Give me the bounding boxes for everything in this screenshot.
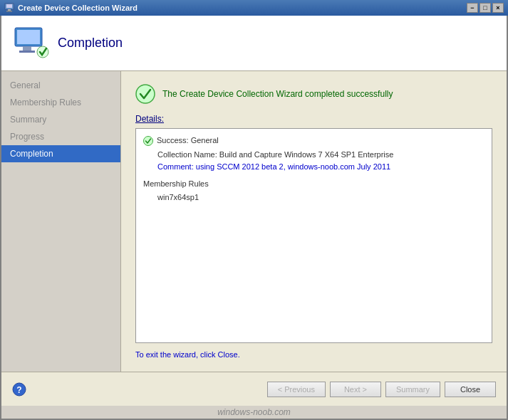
footer-buttons: < Previous Next > Summary Close bbox=[267, 382, 496, 397]
success-icon bbox=[135, 84, 155, 104]
svg-rect-2 bbox=[8, 9, 11, 11]
wizard-content: The Create Device Collection Wizard comp… bbox=[121, 71, 507, 372]
watermark: windows-noob.com bbox=[1, 406, 507, 419]
detail-item-2: Comment: using SCCM 2012 beta 2, windows… bbox=[157, 161, 484, 174]
membership-item-1: win7x64sp1 bbox=[157, 191, 484, 204]
previous-button[interactable]: < Previous bbox=[267, 382, 326, 397]
details-box: Success: General Collection Name: Build … bbox=[135, 128, 492, 343]
svg-rect-6 bbox=[23, 46, 31, 51]
maximize-button[interactable]: □ bbox=[480, 3, 491, 13]
wizard-header: Completion bbox=[1, 16, 507, 71]
nav-item-general[interactable]: General bbox=[1, 77, 120, 94]
small-success-icon bbox=[143, 136, 153, 146]
nav-item-completion[interactable]: Completion bbox=[1, 145, 120, 162]
nav-item-membership-rules[interactable]: Membership Rules bbox=[1, 94, 120, 111]
close-wizard-button[interactable]: Close bbox=[445, 382, 496, 397]
svg-rect-1 bbox=[6, 4, 12, 8]
nav-item-summary[interactable]: Summary bbox=[1, 111, 120, 128]
detail-item-1: Collection Name: Build and Capture Windo… bbox=[157, 149, 484, 162]
svg-point-9 bbox=[136, 85, 155, 103]
wizard-header-icon bbox=[12, 25, 49, 62]
summary-button[interactable]: Summary bbox=[385, 382, 440, 397]
title-bar-title: Create Device Collection Wizard bbox=[18, 4, 138, 12]
wizard-body: General Membership Rules Summary Progres… bbox=[1, 71, 507, 372]
wizard-header-title: Completion bbox=[58, 36, 123, 51]
details-label: Details: bbox=[135, 114, 492, 124]
footer-left: ? bbox=[12, 382, 26, 397]
success-banner: The Create Device Collection Wizard comp… bbox=[135, 84, 492, 104]
minimize-button[interactable]: − bbox=[467, 3, 478, 13]
title-bar-icon bbox=[4, 3, 14, 13]
wizard-footer: ? < Previous Next > Summary Close bbox=[1, 372, 507, 406]
success-general-text: Success: General bbox=[157, 135, 219, 147]
svg-rect-3 bbox=[6, 11, 12, 12]
wizard-window: Completion General Membership Rules Summ… bbox=[0, 16, 508, 420]
success-message: The Create Device Collection Wizard comp… bbox=[162, 89, 393, 99]
exit-text: To exit the wizard, click Close. bbox=[135, 350, 492, 359]
svg-text:?: ? bbox=[16, 384, 21, 394]
title-bar: Create Device Collection Wizard − □ × bbox=[0, 0, 508, 16]
svg-point-10 bbox=[144, 136, 153, 145]
close-button[interactable]: × bbox=[492, 3, 504, 13]
success-general-line: Success: General bbox=[143, 135, 484, 147]
title-bar-controls[interactable]: − □ × bbox=[467, 3, 504, 13]
membership-rules-title: Membership Rules bbox=[143, 178, 484, 191]
svg-rect-5 bbox=[17, 30, 40, 44]
help-icon[interactable]: ? bbox=[12, 382, 26, 397]
next-button[interactable]: Next > bbox=[330, 382, 381, 397]
detail-item-2-text: Comment: using SCCM 2012 beta 2, windows… bbox=[157, 162, 390, 171]
wizard-nav: General Membership Rules Summary Progres… bbox=[1, 71, 121, 372]
svg-rect-7 bbox=[19, 51, 35, 53]
nav-item-progress[interactable]: Progress bbox=[1, 128, 120, 145]
